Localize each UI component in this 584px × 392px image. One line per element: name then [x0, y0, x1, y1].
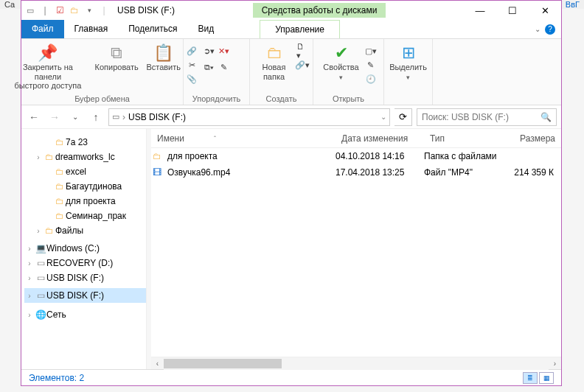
- qat-check-icon[interactable]: ☑: [54, 4, 66, 16]
- status-text: Элементов: 2: [29, 373, 84, 383]
- paste-icon: 📋: [153, 43, 173, 63]
- paste-button[interactable]: 📋 Вставить: [144, 42, 183, 74]
- tree-item[interactable]: Сеть: [46, 309, 66, 320]
- group-open: Открыть: [333, 93, 364, 103]
- tab-share[interactable]: Поделиться: [118, 20, 187, 38]
- select-button[interactable]: ⊞ Выделить▾: [386, 42, 430, 83]
- qat-folder-icon[interactable]: 🗀: [69, 4, 80, 16]
- status-bar: Элементов: 2 ≣ ▦: [21, 369, 561, 385]
- search-input[interactable]: Поиск: USB DISK (F:) 🔍: [417, 108, 557, 126]
- qat-sep: |: [39, 4, 51, 16]
- horizontal-scrollbar[interactable]: ‹ ›: [151, 357, 561, 369]
- refresh-button[interactable]: ⟳: [394, 108, 412, 126]
- tab-view[interactable]: Вид: [187, 20, 224, 38]
- nav-up-button[interactable]: ↑: [88, 109, 104, 125]
- nav-tree[interactable]: 🗀7а 23 ›🗀dreamworks_lc 🗀excel 🗀Багаутдин…: [21, 129, 147, 369]
- tree-item[interactable]: 7а 23: [66, 137, 88, 147]
- file-list[interactable]: 🗀для проекта 04.10.2018 14:16 Папка с фа…: [151, 148, 561, 357]
- address-bar-row: ← → ⌄ ↑ ▭ › USB DISK (F:) ⌄ ⟳ Поиск: USB…: [21, 105, 561, 129]
- contextual-tab-label: Средства работы с дисками: [253, 3, 386, 18]
- edit-icon[interactable]: ✎: [365, 59, 377, 71]
- window-title: USB DISK (F:): [113, 5, 175, 15]
- group-organize: Упорядочить: [192, 93, 240, 103]
- col-date[interactable]: Дата изменения: [336, 133, 424, 144]
- ribbon-tabs: Файл Главная Поделиться Вид Управление ⌄…: [21, 20, 561, 39]
- tree-item-selected[interactable]: USB DISK (F:): [46, 290, 104, 301]
- col-type[interactable]: Тип: [424, 133, 507, 144]
- copy-icon: ⧉: [111, 43, 122, 63]
- open-icon[interactable]: ▢▾: [365, 45, 377, 57]
- search-icon: 🔍: [540, 112, 552, 122]
- help-icon[interactable]: ?: [545, 24, 555, 35]
- tree-item[interactable]: USB DISK (F:): [46, 273, 104, 283]
- close-button[interactable]: ✕: [529, 1, 561, 20]
- address-dropdown-icon[interactable]: ⌄: [380, 113, 386, 121]
- tab-manage[interactable]: Управление: [260, 20, 340, 38]
- group-clipboard: Буфер обмена: [74, 93, 130, 103]
- address-text: USB DISK (F:): [128, 112, 186, 122]
- tree-item[interactable]: excel: [66, 167, 86, 177]
- tree-item[interactable]: RECOVERY (D:): [46, 258, 113, 268]
- copyto-icon[interactable]: ⧉▾: [204, 61, 215, 73]
- nav-back-button[interactable]: ←: [26, 109, 42, 125]
- col-size[interactable]: Размера: [507, 133, 561, 144]
- drive-icon: ▭: [24, 4, 36, 16]
- explorer-window: ▭ | ☑ 🗀 ▾ | USB DISK (F:) Средства работ…: [21, 0, 562, 386]
- select-icon: ⊞: [402, 43, 415, 63]
- list-item[interactable]: 🎞Озвучка96.mp4 17.04.2018 13:25 Файл "MP…: [151, 164, 561, 181]
- video-file-icon: 🎞: [151, 167, 163, 178]
- scroll-thumb[interactable]: [164, 359, 282, 368]
- newitem-icon[interactable]: 🗋▾: [296, 45, 308, 57]
- col-name[interactable]: Имени: [157, 133, 184, 144]
- pin-quickaccess-button[interactable]: 📌 Закрепить на панелибыстрого доступа: [7, 42, 90, 92]
- properties-button[interactable]: ✔ Свойства▾: [320, 42, 361, 83]
- ribbon: 📌 Закрепить на панелибыстрого доступа ⧉ …: [21, 39, 561, 105]
- moveto-icon[interactable]: ➲▾: [204, 45, 215, 57]
- ribbon-collapse-icon[interactable]: ⌄: [535, 25, 540, 33]
- delete-icon[interactable]: ✕▾: [218, 45, 230, 57]
- column-headers[interactable]: Имениˆ Дата изменения Тип Размера: [151, 129, 561, 148]
- view-icons-button[interactable]: ▦: [539, 372, 554, 384]
- easyaccess-icon[interactable]: 🔗▾: [296, 59, 308, 71]
- list-item[interactable]: 🗀для проекта 04.10.2018 14:16 Папка с фа…: [151, 148, 561, 164]
- minimize-button[interactable]: —: [464, 1, 496, 20]
- group-create: Создать: [266, 93, 297, 103]
- tree-item[interactable]: Windows (C:): [46, 243, 100, 253]
- pin-icon: 📌: [38, 43, 58, 63]
- copy-button[interactable]: ⧉ Копировать: [92, 42, 141, 74]
- scroll-left-icon[interactable]: ‹: [151, 360, 164, 368]
- titlebar: ▭ | ☑ 🗀 ▾ | USB DISK (F:) Средства работ…: [21, 1, 561, 20]
- tree-item[interactable]: dreamworks_lc: [55, 152, 115, 162]
- file-list-pane: Имениˆ Дата изменения Тип Размера 🗀для п…: [151, 129, 561, 369]
- sort-indicator-icon: ˆ: [214, 135, 216, 142]
- maximize-button[interactable]: ☐: [496, 1, 529, 20]
- drive-icon: ▭: [112, 112, 119, 122]
- view-details-button[interactable]: ≣: [523, 372, 538, 384]
- history-icon[interactable]: 🕘: [365, 73, 377, 85]
- newfolder-icon: 🗀: [266, 43, 282, 63]
- properties-icon: ✔: [335, 43, 348, 63]
- folder-icon: 🗀: [151, 150, 163, 162]
- tree-item[interactable]: для проекта: [66, 196, 116, 206]
- newfolder-button[interactable]: 🗀 Новаяпапка: [255, 42, 293, 83]
- qat-sep2: |: [98, 4, 110, 16]
- tree-item[interactable]: Семинар_прак: [66, 211, 126, 221]
- address-bar[interactable]: ▭ › USB DISK (F:) ⌄: [108, 108, 390, 126]
- tab-home[interactable]: Главная: [64, 20, 119, 38]
- tab-file[interactable]: Файл: [21, 20, 64, 38]
- tree-item[interactable]: Багаутдинова: [66, 181, 122, 192]
- tree-item[interactable]: Файлы: [55, 225, 83, 236]
- nav-forward-button[interactable]: →: [46, 109, 63, 125]
- scroll-right-icon[interactable]: ›: [549, 360, 561, 368]
- nav-recent-button[interactable]: ⌄: [67, 109, 83, 125]
- search-placeholder: Поиск: USB DISK (F:): [422, 112, 509, 122]
- rename-icon[interactable]: ✎: [218, 61, 230, 73]
- qat-dropdown[interactable]: ▾: [83, 4, 95, 16]
